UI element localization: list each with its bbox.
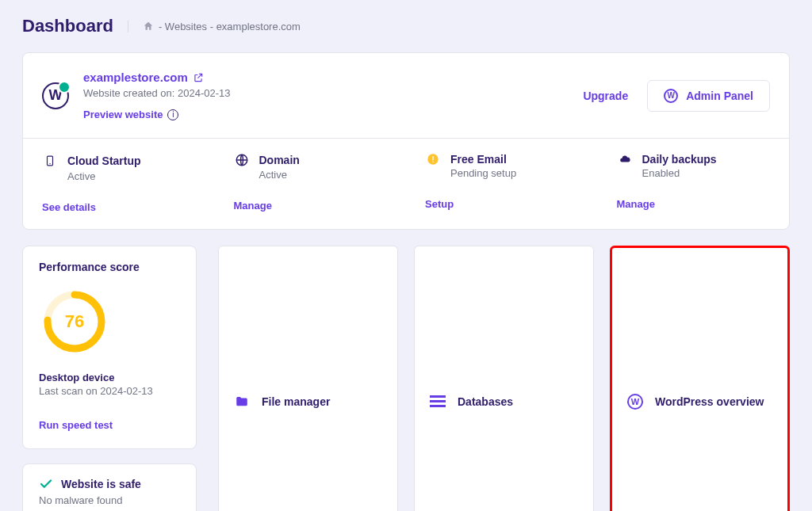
globe-icon — [234, 153, 250, 167]
scan-date: Last scan on 2024-02-13 — [39, 385, 180, 397]
svg-rect-10 — [430, 405, 446, 407]
wordpress-icon: W — [664, 89, 678, 103]
admin-panel-button[interactable]: W Admin Panel — [647, 80, 770, 112]
breadcrumb-text: - Websites - examplestore.com — [159, 21, 301, 32]
run-speed-test-link[interactable]: Run speed test — [39, 419, 180, 431]
domain-manage-link[interactable]: Manage — [234, 200, 388, 212]
domain-status: Active — [259, 169, 388, 181]
plan-status: Active — [67, 170, 196, 182]
info-icon[interactable]: i — [167, 109, 178, 120]
email-status: Pending setup — [450, 167, 579, 179]
wordpress-logo-icon: W — [42, 82, 69, 109]
device-label: Desktop device — [39, 372, 180, 383]
check-icon — [39, 477, 53, 491]
page-title: Dashboard — [22, 16, 113, 36]
phone-icon — [42, 153, 58, 169]
database-icon — [429, 393, 446, 410]
created-date: Website created on: 2024-02-13 — [83, 87, 231, 99]
external-link-icon — [193, 72, 204, 83]
svg-rect-5 — [432, 162, 433, 162]
backups-manage-link[interactable]: Manage — [617, 198, 771, 210]
upgrade-link[interactable]: Upgrade — [583, 90, 628, 102]
folder-icon — [233, 393, 251, 410]
databases-card[interactable]: Databases — [414, 246, 594, 511]
backups-section: Daily backups Enabled Manage — [598, 139, 790, 229]
performance-card: Performance score 76 Desktop device Last… — [22, 246, 197, 449]
performance-gauge: 76 — [39, 286, 110, 357]
plan-section: Cloud Startup Active See details — [23, 139, 215, 229]
file-manager-card[interactable]: File manager — [218, 246, 398, 511]
cloud-icon — [617, 154, 633, 165]
svg-rect-8 — [430, 395, 446, 398]
wordpress-icon: W — [626, 393, 644, 410]
security-card: Website is safe No malware found See det… — [22, 463, 197, 511]
alert-icon — [425, 153, 441, 166]
email-setup-link[interactable]: Setup — [425, 198, 579, 210]
breadcrumb: - Websites - examplestore.com — [128, 21, 301, 32]
performance-title: Performance score — [39, 261, 180, 273]
preview-website-link[interactable]: Preview website — [83, 109, 163, 120]
site-card: W examplestore.com Website created on: 2… — [22, 52, 790, 230]
backups-status: Enabled — [642, 167, 771, 179]
wordpress-overview-card[interactable]: W WordPress overview — [610, 246, 790, 511]
security-subtitle: No malware found — [39, 494, 180, 506]
svg-rect-4 — [432, 156, 433, 160]
site-name-link[interactable]: examplestore.com — [83, 71, 231, 84]
email-section: Free Email Pending setup Setup — [406, 139, 598, 229]
home-icon — [143, 21, 154, 32]
domain-section: Domain Active Manage — [215, 139, 407, 229]
plan-details-link[interactable]: See details — [42, 201, 196, 213]
svg-rect-9 — [430, 400, 446, 402]
